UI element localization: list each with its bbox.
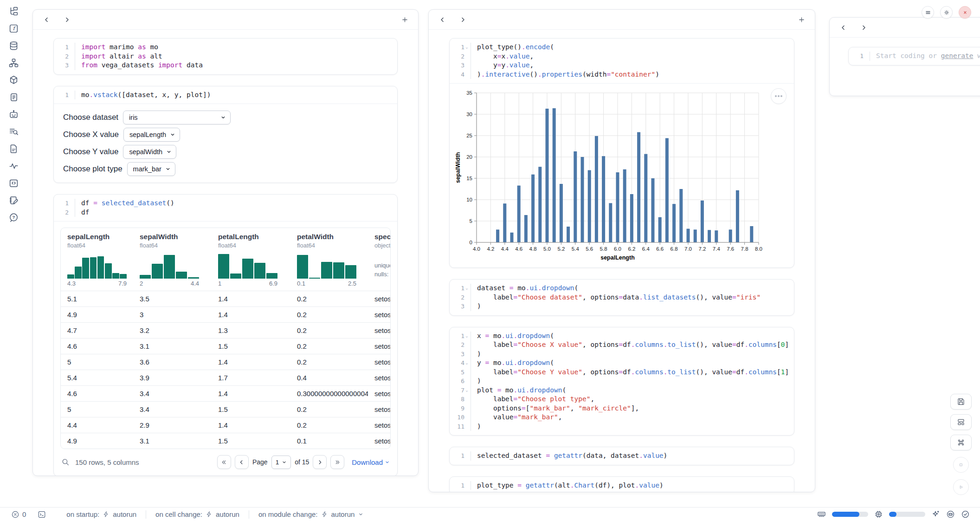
table-cell: 4.6	[61, 342, 133, 350]
empty-code-cell: 1 Start coding or generate with	[848, 47, 980, 65]
column-name: species	[374, 233, 390, 241]
panel-header	[429, 10, 815, 30]
code-editor[interactable]: 1df = selected_dataset()2df	[54, 195, 397, 221]
code-line: 1⌄dataset = mo.ui.dropdown(	[450, 284, 794, 293]
line-number: 1	[65, 91, 69, 100]
scroll-left-button[interactable]	[436, 13, 448, 26]
prev-page-button[interactable]	[235, 455, 249, 469]
sidebar-item-datasources[interactable]	[8, 40, 19, 52]
menu-button[interactable]	[922, 6, 934, 19]
table-cell: 4.9	[61, 437, 133, 445]
cpu-usage-fill	[889, 512, 896, 517]
close-icon	[962, 9, 968, 16]
code-editor[interactable]: 1selected_dataset = getattr(data, datase…	[450, 447, 794, 465]
code-editor[interactable]: 1mo.vstack([dataset, x, y, plot])	[54, 86, 397, 104]
first-page-button[interactable]	[217, 455, 231, 469]
table-column-header[interactable]: petalLengthfloat6416.9	[212, 233, 290, 287]
scroll-right-button[interactable]	[858, 21, 870, 33]
add-cell-button[interactable]	[795, 13, 807, 26]
sidebar-item-documentation[interactable]	[8, 143, 19, 155]
histogram-bar	[321, 262, 332, 279]
choose-x-value-select[interactable]: sepalLength	[123, 128, 180, 142]
code-editor[interactable]: 1⌄x = mo.ui.dropdown(2 label="Choose X v…	[450, 327, 794, 436]
code-editor[interactable]: 1 Start coding or generate with	[849, 47, 980, 65]
table-row[interactable]: 4.73.21.30.2setosa	[61, 322, 390, 338]
line-number: 1	[860, 52, 864, 61]
line-number: 8	[461, 395, 464, 404]
table-cell: setosa	[368, 295, 390, 303]
sidebar-item-snippets[interactable]	[8, 177, 19, 189]
page-select[interactable]: 1	[271, 456, 291, 469]
table-column-header[interactable]: speciesobjectunique:nulls:	[368, 233, 390, 287]
sidebar-item-packages[interactable]	[8, 74, 19, 86]
sidebar-item-help[interactable]: ?	[8, 212, 19, 223]
stop-button[interactable]	[953, 457, 969, 473]
table-row[interactable]: 53.61.40.2setosa	[61, 354, 390, 370]
sidebar-item-file-tree[interactable]	[8, 6, 19, 17]
next-page-button[interactable]	[313, 455, 327, 469]
sidebar-item-notes[interactable]	[8, 195, 19, 206]
table-cell: 1.4	[212, 358, 290, 366]
table-row[interactable]: 4.931.40.2setosa	[61, 306, 390, 322]
table-column-header[interactable]: sepalWidthfloat6424.4	[133, 233, 212, 287]
generate-link[interactable]: generate	[941, 52, 974, 59]
choose-plot-type-select[interactable]: mark_bar	[127, 162, 175, 176]
ai-sparkles-button[interactable]	[931, 510, 940, 519]
code-cell: 1plot_type = getattr(alt.Chart(df), plot…	[449, 476, 794, 493]
table-row[interactable]: 5.13.51.40.2setosa	[61, 291, 390, 306]
code-editor[interactable]: 1plot_type = getattr(alt.Chart(df), plot…	[450, 477, 794, 493]
add-cell-button[interactable]	[399, 13, 411, 26]
table-row[interactable]: 4.63.11.50.2setosa	[61, 338, 390, 354]
scroll-right-button[interactable]	[61, 13, 73, 26]
choose-dataset-select[interactable]: iris	[123, 111, 231, 124]
line-number: 3	[461, 61, 464, 70]
sidebar-item-functions[interactable]: f	[8, 23, 19, 34]
download-button[interactable]: Download	[352, 458, 390, 466]
table-row[interactable]: 53.41.50.2setosa	[61, 401, 390, 417]
sidebar-item-scratchpad[interactable]	[8, 126, 19, 137]
bar-chart[interactable]: 4.04.24.44.64.85.05.25.45.65.86.06.26.46…	[453, 88, 774, 263]
chart-actions-button[interactable]	[771, 88, 787, 104]
scroll-left-button[interactable]	[837, 21, 849, 33]
table-cell: 0.2	[290, 421, 368, 429]
table-row[interactable]: 4.63.41.40.30000000000000004setosa	[61, 385, 390, 401]
keyboard-shortcuts-button[interactable]	[950, 435, 972, 450]
sidebar-item-dependencies[interactable]	[8, 57, 19, 69]
table-column-header[interactable]: sepalLengthfloat644.37.9	[61, 233, 133, 287]
copilot-icon	[946, 510, 955, 519]
sidebar-item-ai-chat[interactable]	[8, 109, 19, 120]
code-editor[interactable]: 1⌄plot_type().encode(2 x=x.value,3 y=y.v…	[450, 39, 794, 83]
sidebar-item-tracing[interactable]	[8, 160, 19, 172]
choose-y-value-select[interactable]: sepalWidth	[123, 145, 176, 159]
settings-button[interactable]	[940, 6, 953, 19]
table-search-icon[interactable]	[61, 458, 70, 466]
table-cell: 3.2	[133, 326, 212, 334]
code-line: 1plot_type = getattr(alt.Chart(df), plot…	[450, 481, 794, 490]
cell-output: sepalLengthfloat644.37.9sepalWidthfloat6…	[54, 221, 397, 476]
on-cell-change-setting[interactable]: on cell change: autorun	[146, 510, 249, 519]
terminal-button[interactable]	[37, 510, 46, 519]
table-cell: 1.4	[212, 311, 290, 319]
code-editor[interactable]: 1import marimo as mo2import altair as al…	[54, 39, 397, 74]
error-count-button[interactable]: 0	[11, 510, 26, 519]
scroll-right-button[interactable]	[457, 13, 469, 26]
table-row[interactable]: 5.43.91.70.4setosa	[61, 370, 390, 385]
code-editor[interactable]: 1⌄dataset = mo.ui.dropdown(2 label="Choo…	[450, 280, 794, 315]
table-column-header[interactable]: petalWidthfloat640.12.5	[290, 233, 368, 287]
table-row[interactable]: 4.93.11.50.1setosa	[61, 433, 390, 449]
scroll-left-button[interactable]	[40, 13, 52, 26]
run-button[interactable]	[953, 479, 969, 495]
on-startup-setting[interactable]: on startup: autorun	[57, 510, 146, 519]
layout-button[interactable]	[950, 414, 972, 430]
table-row[interactable]: 4.42.91.40.2setosa	[61, 417, 390, 433]
connection-status-button[interactable]	[961, 510, 970, 519]
line-number: 1	[461, 284, 464, 293]
on-module-change-setting[interactable]: on module change: autorun	[249, 510, 373, 519]
table-cell: 0.4	[290, 374, 368, 382]
copilot-button[interactable]	[946, 510, 955, 519]
sidebar-item-logs[interactable]	[8, 91, 19, 103]
close-button[interactable]	[959, 6, 971, 19]
last-page-button[interactable]	[330, 455, 344, 469]
page-value: 1	[276, 459, 279, 466]
save-button[interactable]	[950, 394, 972, 410]
